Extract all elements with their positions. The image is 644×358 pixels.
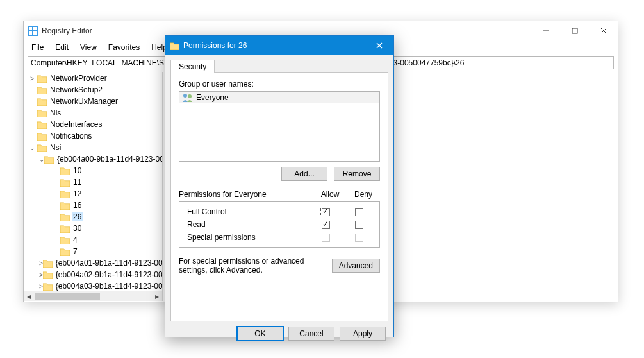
tree-item[interactable]: ⌄{eb004a00-9b1a-11d4-9123-0050047759bc} xyxy=(24,153,162,165)
allow-checkbox xyxy=(322,234,330,242)
tree-item[interactable]: >{eb004a01-9b1a-11d4-9123-0050047759bc} xyxy=(24,257,162,269)
tree-item[interactable]: >NetworkUxManager xyxy=(24,96,162,107)
tree-item-label: Notifications xyxy=(49,132,93,141)
tree-item-label: NetworkProvider xyxy=(49,74,108,83)
folder-icon xyxy=(43,282,53,291)
dialog-title: Permissions for 26 xyxy=(183,41,247,50)
tree-item[interactable]: >Notifications xyxy=(24,130,162,142)
tree-item[interactable]: ⌄Nsi xyxy=(24,142,162,153)
minimize-button[interactable] xyxy=(531,21,560,40)
cancel-button[interactable]: Cancel xyxy=(288,327,334,341)
tree-item-label: Nsi xyxy=(49,143,62,152)
folder-icon xyxy=(43,259,53,268)
menu-edit[interactable]: Edit xyxy=(50,42,74,53)
folder-icon xyxy=(37,97,47,106)
tree-item-label: 11 xyxy=(72,178,83,187)
apply-button[interactable]: Apply xyxy=(340,327,386,341)
tree-item[interactable]: >NetworkProvider xyxy=(24,72,162,84)
tree-item-label: NetworkSetup2 xyxy=(49,85,104,94)
tree-item[interactable]: >4 xyxy=(24,234,162,246)
close-button[interactable] xyxy=(589,21,618,40)
tree-item[interactable]: >11 xyxy=(24,176,162,188)
ok-button[interactable]: OK xyxy=(237,327,283,341)
tree-item[interactable]: >26 xyxy=(24,211,162,223)
groups-list[interactable]: Everyone xyxy=(179,91,380,162)
maximize-button[interactable] xyxy=(560,21,589,40)
advanced-text: For special permissions or advanced sett… xyxy=(179,257,332,275)
menu-favorites[interactable]: Favorites xyxy=(103,42,145,53)
tree-item[interactable]: >10 xyxy=(24,165,162,176)
deny-checkbox[interactable] xyxy=(355,221,363,229)
folder-icon xyxy=(44,155,54,164)
scroll-left-icon[interactable]: ◂ xyxy=(24,292,34,301)
tree-item-label: 7 xyxy=(72,247,79,256)
dialog-footer: OK Cancel Apply xyxy=(165,327,393,347)
menu-file[interactable]: File xyxy=(26,42,49,53)
svg-rect-4 xyxy=(33,31,37,35)
folder-icon xyxy=(60,201,70,210)
allow-checkbox[interactable] xyxy=(322,221,330,229)
group-row-everyone[interactable]: Everyone xyxy=(179,92,379,103)
tree-item-label: NodeInterfaces xyxy=(49,120,103,129)
tree-item-label: Nls xyxy=(49,108,62,117)
permission-name: Special permissions xyxy=(183,233,309,242)
tree-item-label: 26 xyxy=(72,212,83,221)
tab-security[interactable]: Security xyxy=(170,60,215,73)
svg-rect-1 xyxy=(29,27,32,30)
scroll-thumb[interactable] xyxy=(35,293,100,300)
tree-item-label: 30 xyxy=(72,224,83,233)
col-allow: Allow xyxy=(313,190,347,199)
permissions-dialog: Permissions for 26 Security Group or use… xyxy=(165,35,394,337)
tree-item-label: 12 xyxy=(72,189,83,198)
folder-icon xyxy=(169,41,179,50)
menu-view[interactable]: View xyxy=(75,42,102,53)
chevron-down-icon[interactable]: ⌄ xyxy=(28,144,37,151)
tree-item-label: NetworkUxManager xyxy=(49,97,119,106)
groups-label: Group or user names: xyxy=(179,80,380,89)
tree-item-label: 16 xyxy=(72,201,83,210)
tree-item[interactable]: >30 xyxy=(24,223,162,234)
chevron-right-icon[interactable]: > xyxy=(28,75,37,82)
svg-rect-2 xyxy=(33,27,37,30)
tree-item-label: {eb004a01-9b1a-11d4-9123-0050047759bc} xyxy=(54,259,163,268)
svg-point-12 xyxy=(188,94,192,98)
permission-row: Special permissions xyxy=(183,231,376,244)
folder-icon xyxy=(37,74,47,83)
tab-strip: Security xyxy=(165,55,393,72)
tree-item-label: 10 xyxy=(72,166,83,175)
svg-rect-6 xyxy=(572,28,577,33)
allow-checkbox[interactable] xyxy=(322,208,330,216)
tree-view[interactable]: >NetworkProvider>NetworkSetup2>NetworkUx… xyxy=(24,72,163,301)
tree-item-label: {eb004a02-9b1a-11d4-9123-0050047759bc} xyxy=(54,270,163,279)
deny-checkbox xyxy=(355,234,363,242)
folder-icon xyxy=(37,132,47,141)
dialog-titlebar[interactable]: Permissions for 26 xyxy=(165,36,393,55)
tree-item[interactable]: >7 xyxy=(24,246,162,257)
folder-icon xyxy=(60,247,70,256)
tree-item[interactable]: >NetworkSetup2 xyxy=(24,84,162,96)
window-title: Registry Editor xyxy=(42,26,92,35)
tree-item[interactable]: >12 xyxy=(24,188,162,200)
tree-item[interactable]: >16 xyxy=(24,200,162,211)
folder-icon xyxy=(37,108,47,117)
folder-icon xyxy=(37,143,47,152)
chevron-down-icon[interactable]: ⌄ xyxy=(39,156,44,163)
tree-item[interactable]: >NodeInterfaces xyxy=(24,119,162,130)
tree-item[interactable]: >Nls xyxy=(24,107,162,119)
regedit-icon xyxy=(28,26,38,36)
permissions-header: Permissions for Everyone Allow Deny xyxy=(179,190,380,199)
group-name: Everyone xyxy=(196,93,229,102)
add-button[interactable]: Add... xyxy=(281,167,327,181)
remove-button[interactable]: Remove xyxy=(334,167,380,181)
dialog-close-button[interactable] xyxy=(365,36,393,55)
deny-checkbox[interactable] xyxy=(355,208,363,216)
folder-icon xyxy=(37,85,47,94)
scroll-right-icon[interactable]: ▸ xyxy=(152,292,162,301)
horizontal-scrollbar[interactable]: ◂ ▸ xyxy=(24,291,162,301)
permissions-for-label: Permissions for Everyone xyxy=(179,190,313,199)
advanced-button[interactable]: Advanced xyxy=(332,259,380,273)
tree-item[interactable]: >{eb004a02-9b1a-11d4-9123-0050047759bc} xyxy=(24,269,162,280)
permission-row: Read xyxy=(183,218,376,231)
svg-rect-3 xyxy=(29,31,32,35)
tab-body: Group or user names: Everyone Add... Rem… xyxy=(170,72,388,321)
